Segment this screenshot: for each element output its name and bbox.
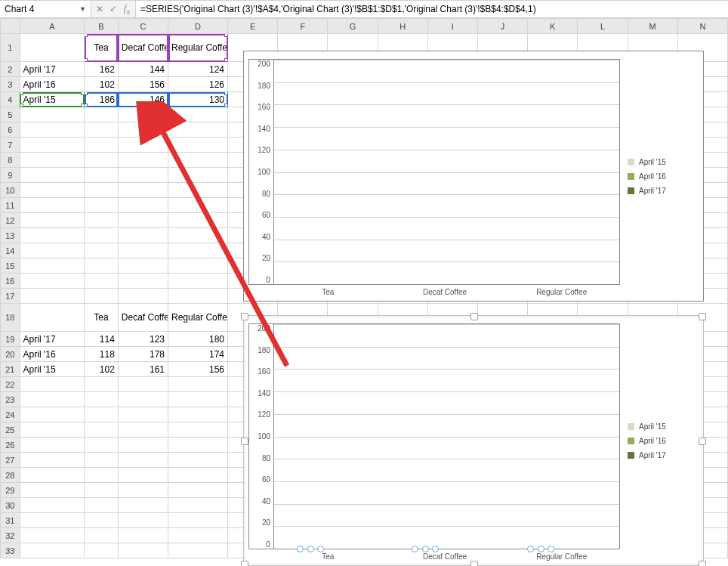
cell[interactable]: 144	[118, 62, 168, 77]
cell[interactable]	[168, 243, 228, 258]
cell[interactable]	[20, 304, 84, 332]
col-header-N[interactable]: N	[677, 19, 727, 34]
cell[interactable]	[118, 138, 168, 153]
cell[interactable]: 162	[85, 62, 119, 77]
select-all-cell[interactable]	[1, 19, 20, 34]
legend-item[interactable]: April '15	[628, 422, 696, 431]
formula-input[interactable]: =SERIES('Original Chart (3)'!$A$4,'Origi…	[136, 1, 728, 17]
cell[interactable]	[85, 274, 119, 289]
range-handle[interactable]	[224, 92, 228, 96]
cell[interactable]: 178	[118, 347, 168, 362]
cell[interactable]	[85, 107, 119, 122]
col-header-A[interactable]: A	[20, 19, 84, 34]
series-selection-handle[interactable]	[307, 546, 314, 552]
cell[interactable]	[168, 528, 228, 543]
cell[interactable]	[168, 138, 228, 153]
cell[interactable]	[20, 138, 84, 153]
cell[interactable]	[20, 289, 84, 304]
legend-item[interactable]: April '17	[628, 451, 696, 459]
cell[interactable]	[168, 377, 228, 392]
cell[interactable]	[118, 153, 168, 168]
cell[interactable]: 126	[168, 77, 228, 92]
cell[interactable]	[118, 453, 168, 468]
cell[interactable]	[118, 498, 168, 513]
cell[interactable]	[118, 274, 168, 289]
cell[interactable]	[20, 513, 84, 528]
cell[interactable]: 114	[85, 332, 119, 347]
cell[interactable]: 180	[168, 332, 228, 347]
cell[interactable]	[168, 107, 228, 122]
col-header-D[interactable]: D	[168, 19, 228, 34]
cell[interactable]	[118, 543, 168, 558]
embedded-chart-2[interactable]: 200180160140120100806040200 TeaDecaf Cof…	[243, 315, 704, 566]
cell[interactable]: 123	[118, 332, 168, 347]
row-header-16[interactable]: 16	[1, 274, 20, 289]
col-header-J[interactable]: J	[477, 19, 527, 34]
row-header-24[interactable]: 24	[1, 407, 20, 422]
cell[interactable]	[168, 468, 228, 483]
cell[interactable]	[85, 243, 119, 258]
cell[interactable]: 130	[168, 92, 228, 107]
col-header-B[interactable]: B	[85, 19, 119, 34]
cell[interactable]	[168, 213, 228, 228]
row-header-27[interactable]: 27	[1, 453, 20, 468]
cell[interactable]	[20, 407, 84, 422]
cell[interactable]: April '17	[20, 332, 84, 347]
cell[interactable]	[118, 183, 168, 198]
row-header-28[interactable]: 28	[1, 468, 20, 483]
namebox-dropdown-icon[interactable]: ▼	[79, 5, 86, 13]
cell[interactable]	[168, 258, 228, 274]
row-header-8[interactable]: 8	[1, 153, 20, 168]
cell[interactable]	[85, 513, 119, 528]
cell[interactable]	[85, 183, 119, 198]
cell[interactable]	[168, 168, 228, 183]
resize-handle[interactable]	[470, 561, 478, 566]
cell[interactable]	[20, 213, 84, 228]
cell[interactable]: 118	[85, 347, 119, 362]
range-handle[interactable]	[85, 104, 88, 107]
row-header-25[interactable]: 25	[1, 422, 20, 438]
resize-handle[interactable]	[470, 313, 478, 320]
cell[interactable]	[85, 407, 119, 422]
cell[interactable]	[85, 153, 119, 168]
cell[interactable]	[118, 228, 168, 243]
row-header-17[interactable]: 17	[1, 289, 20, 304]
cell[interactable]	[85, 468, 119, 483]
cell[interactable]: April '16	[20, 347, 84, 362]
row-header-22[interactable]: 22	[1, 377, 20, 392]
resize-handle[interactable]	[241, 313, 248, 320]
row-header-26[interactable]: 26	[1, 438, 20, 453]
cell[interactable]	[118, 107, 168, 122]
cell[interactable]	[118, 213, 168, 228]
cell[interactable]	[168, 198, 228, 213]
row-header-15[interactable]: 15	[1, 258, 20, 274]
cell[interactable]	[85, 392, 119, 407]
cell[interactable]	[85, 483, 119, 498]
enter-icon[interactable]: ✓	[108, 4, 119, 14]
range-handle[interactable]	[20, 104, 23, 107]
col-header-I[interactable]: I	[427, 19, 477, 34]
cell[interactable]	[20, 183, 84, 198]
cell[interactable]	[118, 422, 168, 438]
cell[interactable]	[85, 528, 119, 543]
resize-handle[interactable]	[241, 561, 248, 566]
cell[interactable]: 156	[118, 77, 168, 92]
cell[interactable]	[168, 513, 228, 528]
cell[interactable]	[20, 453, 84, 468]
row-header-9[interactable]: 9	[1, 168, 20, 183]
cell[interactable]	[168, 543, 228, 558]
range-handle[interactable]	[85, 34, 88, 38]
chart2-legend[interactable]: April '15April '16April '17	[620, 316, 703, 565]
cancel-icon[interactable]: ✕	[94, 4, 105, 14]
cell[interactable]	[20, 543, 84, 558]
cell[interactable]	[85, 377, 119, 392]
range-handle[interactable]	[85, 92, 88, 96]
col-header-G[interactable]: G	[328, 19, 378, 34]
cell[interactable]	[85, 138, 119, 153]
cell[interactable]	[20, 468, 84, 483]
chart1-plot-area[interactable]	[273, 60, 619, 284]
row-header-7[interactable]: 7	[1, 138, 20, 153]
cell[interactable]	[20, 498, 84, 513]
cell[interactable]	[20, 34, 84, 62]
cell[interactable]: 124	[168, 62, 228, 77]
